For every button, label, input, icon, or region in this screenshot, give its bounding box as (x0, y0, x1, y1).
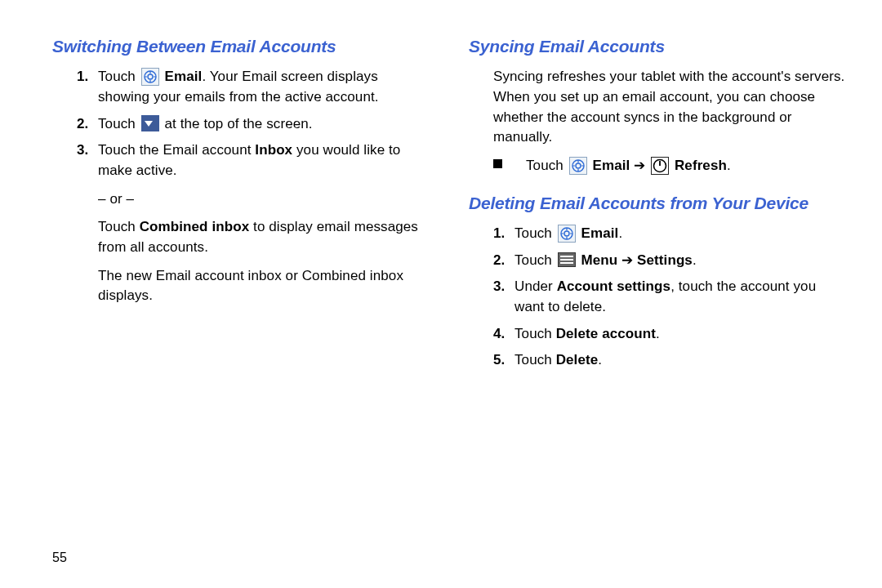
bold-text: Email (581, 225, 619, 241)
left-step-3: 3. Touch the Email account Inbox you wou… (77, 140, 430, 305)
bold-text: Settings (637, 252, 693, 268)
arrow-text: ➔ (630, 158, 649, 173)
bold-text: Email (593, 158, 630, 173)
left-step-2: 2. Touch at the top of the screen. (77, 114, 430, 135)
step-number: 1. (77, 67, 88, 87)
del-step-1: 1. Touch Email. (493, 224, 846, 244)
text: at the top of the screen. (165, 116, 313, 131)
step-number: 1. (493, 224, 505, 244)
text: . (727, 158, 731, 173)
email-icon (558, 225, 576, 243)
svg-rect-15 (560, 262, 573, 264)
del-step-4: 4. Touch Delete account. (493, 324, 846, 345)
del-step-2: 2. Touch Menu ➔ Settings. (493, 251, 846, 271)
step-number: 5. (493, 350, 505, 371)
text: Under (514, 278, 557, 294)
bold-text: Account settings (557, 278, 671, 294)
continuation-text: Touch Combined inbox to display email me… (98, 217, 430, 257)
bold-text: Delete (556, 352, 599, 368)
text: . (656, 326, 660, 341)
bold-text: Email (165, 69, 203, 84)
step-number: 3. (493, 277, 505, 297)
text: Touch (514, 225, 556, 241)
arrow-text: ➔ (617, 252, 637, 268)
refresh-icon (651, 157, 669, 175)
text: . (598, 352, 602, 368)
step-number: 2. (493, 251, 505, 271)
heading-switching: Switching Between Email Accounts (52, 34, 430, 59)
bold-text: Refresh (675, 158, 727, 173)
bold-text: Delete account (556, 326, 656, 341)
text: Touch (526, 158, 568, 173)
step-number: 3. (77, 140, 88, 161)
del-step-5: 5. Touch Delete. (493, 350, 846, 371)
sync-bullet: Touch Email ➔ Refresh. (493, 156, 846, 176)
text: Touch (98, 69, 140, 84)
bold-text: Inbox (255, 142, 292, 158)
text: . (618, 225, 622, 241)
email-icon (141, 68, 159, 86)
bold-text: Menu (581, 252, 618, 268)
heading-syncing: Syncing Email Accounts (469, 34, 846, 59)
or-separator: – or – (98, 189, 430, 210)
step-number: 4. (493, 324, 505, 345)
text: Touch (98, 219, 140, 234)
text: Touch (514, 252, 556, 268)
left-step-1: 1. Touch Email. Your Email screen displa… (77, 67, 430, 107)
del-step-3: 3. Under Account settings, touch the acc… (493, 277, 846, 317)
heading-deleting: Deleting Email Accounts from Your Device (469, 191, 846, 216)
continuation-text: The new Email account inbox or Combined … (98, 266, 430, 306)
step-number: 2. (77, 114, 88, 135)
menu-icon (558, 252, 576, 267)
text: Touch the Email account (98, 142, 255, 158)
page-number: 55 (52, 548, 67, 567)
text: Touch (514, 326, 556, 341)
email-icon (569, 157, 587, 175)
intro-paragraph: Syncing refreshes your tablet with the a… (469, 67, 846, 148)
text: . Your Email screen displays showing you… (98, 69, 379, 105)
text: Touch (514, 352, 556, 368)
svg-rect-14 (560, 259, 573, 261)
svg-rect-13 (560, 256, 573, 257)
text: . (693, 252, 697, 268)
bold-text: Combined inbox (140, 219, 250, 234)
dropdown-icon (141, 115, 159, 131)
text: Touch (98, 116, 140, 131)
